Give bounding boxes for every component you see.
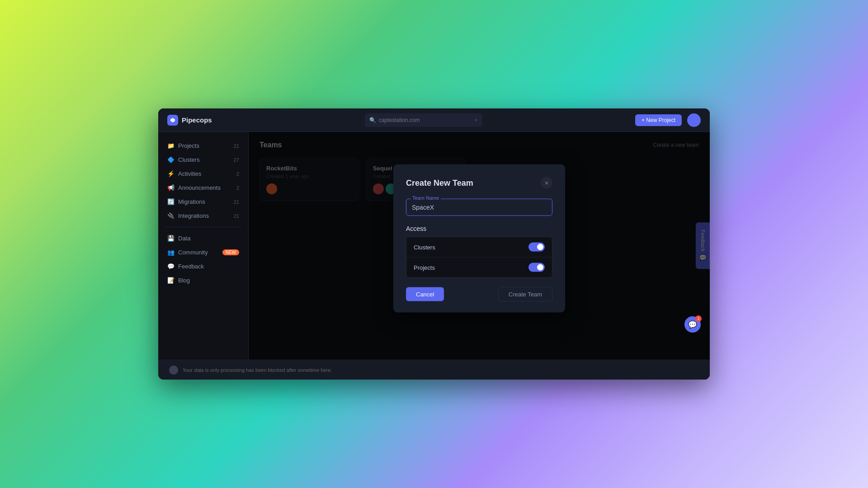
search-wrap[interactable]: 🔍 × (365, 113, 482, 127)
sidebar-integrations-label: Integrations (178, 212, 209, 219)
sidebar: 📁 Projects 21 🔷 Clusters 27 ⚡ Activities… (158, 132, 249, 360)
sidebar-announcements-label: Announcements (178, 184, 221, 191)
feedback-icon: 💬 (167, 263, 175, 270)
bottom-message: Your data is only processing has been bl… (183, 367, 332, 373)
sidebar-item-feedback[interactable]: 💬 Feedback (160, 260, 246, 273)
sidebar-activities-label: Activities (178, 170, 201, 177)
sidebar-item-announcements[interactable]: 📢 Announcements 2 (160, 181, 246, 194)
search-bar: 🔍 × (219, 113, 628, 127)
access-row-projects: Projects (406, 258, 552, 277)
team-name-label: Team Name (410, 195, 441, 201)
community-icon: 👥 (167, 249, 175, 256)
activities-count: 2 (236, 171, 239, 177)
logo-area: Pipecops (167, 115, 212, 126)
topbar: Pipecops 🔍 × + New Project (158, 108, 710, 132)
create-team-modal: Create New Team × Team Name Access Clust… (393, 164, 565, 313)
projects-count: 21 (234, 143, 239, 149)
sidebar-item-blog[interactable]: 📝 Blog (160, 274, 246, 287)
new-project-button[interactable]: + New Project (635, 114, 682, 126)
clusters-icon: 🔷 (167, 156, 175, 163)
integrations-count: 21 (234, 213, 239, 219)
content-area: Teams Create a new team RocketBits Creat… (249, 132, 710, 360)
chat-badge: 1 (695, 315, 702, 322)
access-row-clusters: Clusters (406, 237, 552, 258)
migrations-icon: 🔄 (167, 198, 175, 205)
topbar-right: + New Project (635, 113, 701, 127)
sidebar-item-activities[interactable]: ⚡ Activities 2 (160, 167, 246, 180)
app-name: Pipecops (182, 116, 212, 124)
announcements-icon: 📢 (167, 184, 175, 191)
sidebar-migrations-label: Migrations (178, 198, 205, 205)
sidebar-item-projects[interactable]: 📁 Projects 21 (160, 139, 246, 152)
team-name-input[interactable] (406, 199, 552, 216)
modal-close-button[interactable]: × (541, 177, 552, 189)
sidebar-item-community[interactable]: 👥 Community NEW (160, 246, 246, 259)
blog-icon: 📝 (167, 277, 175, 284)
clear-icon[interactable]: × (475, 117, 478, 123)
search-icon: 🔍 (369, 117, 376, 123)
projects-icon: 📁 (167, 142, 175, 149)
chat-button[interactable]: 💬 1 (684, 316, 701, 333)
sidebar-item-data[interactable]: 💾 Data (160, 232, 246, 245)
user-avatar-button[interactable] (687, 113, 701, 127)
data-icon: 💾 (167, 235, 175, 242)
chat-icon: 💬 (688, 320, 697, 329)
modal-footer: Cancel Create Team (406, 287, 552, 302)
cancel-button[interactable]: Cancel (406, 287, 444, 301)
team-name-field: Team Name (406, 199, 552, 216)
search-input[interactable] (379, 117, 472, 123)
community-badge: NEW (222, 249, 239, 255)
migrations-count: 21 (234, 199, 239, 205)
sidebar-clusters-label: Clusters (178, 156, 200, 163)
clusters-count: 27 (234, 157, 239, 163)
announcements-count: 2 (236, 185, 239, 191)
access-section-label: Access (406, 225, 552, 232)
access-box: Clusters Projects (406, 237, 552, 278)
sidebar-community-label: Community (178, 249, 208, 256)
create-team-button[interactable]: Create Team (498, 287, 552, 302)
bottom-bar: Your data is only processing has been bl… (158, 360, 710, 380)
access-clusters-label: Clusters (414, 244, 435, 250)
sidebar-feedback-label: Feedback (178, 263, 204, 270)
sidebar-item-clusters[interactable]: 🔷 Clusters 27 (160, 153, 246, 166)
sidebar-divider (165, 227, 241, 227)
bottom-icon (169, 366, 178, 375)
main-layout: 📁 Projects 21 🔷 Clusters 27 ⚡ Activities… (158, 132, 710, 360)
sidebar-data-label: Data (178, 235, 190, 242)
sidebar-projects-label: Projects (178, 142, 199, 149)
clusters-toggle[interactable] (528, 243, 545, 252)
sidebar-item-migrations[interactable]: 🔄 Migrations 21 (160, 195, 246, 208)
sidebar-item-integrations[interactable]: 🔌 Integrations 21 (160, 209, 246, 222)
modal-header: Create New Team × (406, 177, 552, 189)
integrations-icon: 🔌 (167, 212, 175, 219)
logo-icon (167, 115, 178, 126)
access-projects-label: Projects (414, 264, 435, 271)
activities-icon: ⚡ (167, 170, 175, 177)
sidebar-blog-label: Blog (178, 277, 190, 284)
projects-toggle[interactable] (528, 263, 545, 272)
modal-title: Create New Team (406, 178, 473, 188)
